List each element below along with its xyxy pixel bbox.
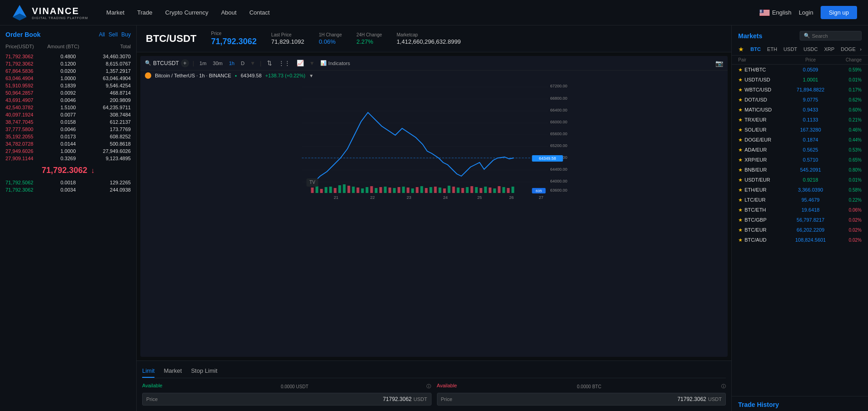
list-item[interactable]: ★USDT/EUR 0.9218 0.01%	[732, 175, 868, 185]
list-item[interactable]: ★SOL/EUR 167.3280 0.46%	[732, 125, 868, 135]
list-item[interactable]: ★DOGE/EUR 0.1874 0.44%	[732, 135, 868, 145]
chart-line-icon[interactable]: 📈	[295, 59, 306, 67]
list-item[interactable]: ★ETH/EUR 3,366.0390 0.58%	[732, 185, 868, 195]
svg-point-25	[760, 11, 761, 12]
svg-rect-77	[434, 187, 437, 193]
table-row[interactable]: 42,540.37821.510064,235.9711	[0, 104, 136, 111]
table-row[interactable]: 71,792.30620.480034,460.3070	[0, 53, 136, 60]
ticker-24h-change-stat: 24H Change 2.27%	[356, 32, 382, 45]
chart-expand-btn[interactable]: ▼	[309, 73, 313, 78]
table-row[interactable]: 40,097.19240.0077308.7484	[0, 111, 136, 118]
table-row[interactable]: 71,792.30620.12008,615.0767	[0, 60, 136, 67]
list-item[interactable]: ★ADA/EUR 0.5625 0.53%	[732, 145, 868, 155]
table-row[interactable]: 27,949.60261.000027,949.6026	[0, 147, 136, 155]
chart-bar-icon[interactable]: ⇅	[265, 59, 274, 67]
list-item[interactable]: ★BTC/GBP 56,797.8217 0.02%	[732, 215, 868, 225]
buy-price-input[interactable]	[158, 395, 413, 403]
market-tab-eth[interactable]: ETH	[765, 45, 780, 53]
login-button[interactable]: Login	[799, 9, 813, 16]
market-tab-arrow[interactable]: ›	[860, 46, 862, 52]
nav-trade[interactable]: Trade	[137, 9, 152, 16]
chart-indicator-btn[interactable]: 📊 Indicators	[320, 60, 350, 66]
list-item[interactable]: ★BTC/AUD 108,824.5601 0.02%	[732, 235, 868, 245]
table-row[interactable]: 27,909.11440.32699,123.4895	[0, 155, 136, 162]
market-tabs: ★ BTC ETH USDT USDC XRP DOGE ›	[732, 43, 868, 56]
ticker-marketcap-label: Marketcap	[396, 32, 461, 37]
list-item[interactable]: ★BTC/ETH 19.6418 0.06%	[732, 205, 868, 215]
chart-30m-btn[interactable]: 30m	[211, 60, 224, 67]
chart-pair-name[interactable]: BTCUSDT	[153, 60, 179, 66]
market-search-input[interactable]	[812, 33, 858, 39]
market-star-tab[interactable]: ★	[738, 46, 744, 53]
nav-crypto[interactable]: Crypto Currency	[165, 9, 209, 16]
search-icon: 🔍	[145, 60, 151, 66]
ticker-1h-change-stat: 1H Change 0.06%	[319, 32, 342, 45]
svg-rect-75	[425, 188, 428, 193]
chart-1h-btn[interactable]: 1h	[227, 60, 236, 67]
nav-about[interactable]: About	[221, 9, 236, 16]
list-item[interactable]: ★XRP/EUR 0.5710 0.65%	[732, 155, 868, 165]
list-item[interactable]: ★LTC/EUR 95.4679 0.22%	[732, 195, 868, 205]
chart-add-button[interactable]: +	[181, 59, 189, 67]
chart-1m-btn[interactable]: 1m	[198, 60, 208, 67]
signup-button[interactable]: Sign up	[821, 6, 857, 19]
chart-toolbar: 🔍 BTCUSDT + | 1m 30m 1h D ▼ | ⇅ ⋮⋮ 📈 ▼ 📊…	[140, 56, 728, 71]
market-search-box[interactable]: 🔍	[800, 31, 862, 41]
filter-buy[interactable]: Buy	[121, 31, 131, 38]
list-item[interactable]: ★BTC/EUR 66,202.2209 0.02%	[732, 225, 868, 235]
table-row[interactable]: 67,864.58360.02001,357.2917	[0, 67, 136, 75]
table-row[interactable]: 50,964.28570.0092468.8714	[0, 89, 136, 96]
chart-screenshot-btn[interactable]: 📷	[715, 60, 723, 67]
language-selector[interactable]: English	[760, 9, 791, 16]
table-row[interactable]: 51,910.95920.18399,546.4254	[0, 82, 136, 89]
list-item[interactable]: ★ETH/BTC 0.0509 0.59%	[732, 65, 868, 75]
language-label: English	[772, 9, 791, 16]
tab-limit[interactable]: Limit	[142, 365, 154, 378]
market-tab-usdt[interactable]: USDT	[781, 45, 800, 53]
market-tab-btc[interactable]: BTC	[748, 45, 764, 53]
list-item[interactable]: ★BNB/EUR 545.2091 0.80%	[732, 165, 868, 175]
sell-price-input[interactable]	[452, 395, 708, 403]
svg-text:67200.00: 67200.00	[550, 84, 568, 88]
filter-all[interactable]: All	[99, 31, 105, 38]
chart-container: 🔍 BTCUSDT + | 1m 30m 1h D ▼ | ⇅ ⋮⋮ 📈 ▼ 📊…	[140, 56, 728, 357]
table-row[interactable]: 71,792.50620.0018129.2265	[0, 179, 136, 186]
svg-rect-94	[512, 187, 514, 193]
col-change: Change	[832, 57, 862, 62]
sell-info-icon[interactable]: ⓘ	[721, 383, 726, 390]
list-item[interactable]: ★TRX/EUR 0.1133 0.21%	[732, 115, 868, 125]
ticker-last-price-label: Last Price	[271, 32, 304, 37]
nav-market[interactable]: Market	[106, 9, 124, 16]
table-row[interactable]: 63,046.49041.000063,046.4904	[0, 75, 136, 82]
svg-text:26: 26	[509, 195, 514, 199]
filter-sell[interactable]: Sell	[108, 31, 118, 38]
svg-text:65200.00: 65200.00	[550, 143, 568, 148]
list-item[interactable]: ★MATIC/USD 0.9433 0.60%	[732, 105, 868, 115]
svg-point-15	[761, 10, 761, 10]
logo[interactable]: VINANCE DIGITAL TRADING PLATFORM	[11, 4, 88, 21]
market-tab-usdc[interactable]: USDC	[801, 45, 821, 53]
list-item[interactable]: ★DOT/USD 9.0775 0.62%	[732, 95, 868, 105]
table-row[interactable]: 43,691.49070.0046200.9809	[0, 96, 136, 104]
svg-text:64349.58: 64349.58	[539, 156, 556, 161]
buy-info-icon[interactable]: ⓘ	[426, 383, 431, 390]
market-tab-xrp[interactable]: XRP	[822, 45, 837, 53]
tab-stop-limit[interactable]: Stop Limit	[191, 365, 217, 378]
table-row[interactable]: 38,747.70450.0158612.2137	[0, 118, 136, 126]
bitcoin-icon	[145, 72, 151, 79]
table-row[interactable]: 35,192.20550.0173608.8252	[0, 133, 136, 140]
tab-market[interactable]: Market	[164, 365, 182, 378]
svg-rect-53	[325, 187, 328, 193]
table-row[interactable]: 71,792.30620.0034244.0938	[0, 186, 136, 193]
market-tab-doge[interactable]: DOGE	[838, 45, 858, 53]
nav-contact[interactable]: Contact	[249, 9, 270, 16]
list-item[interactable]: ★WBTC/USD 71,894.8822 0.17%	[732, 85, 868, 95]
chart-d-btn[interactable]: D	[239, 60, 247, 67]
chart-pair-label: 🔍 BTCUSDT +	[145, 59, 189, 67]
trade-history-section: Trade History	[732, 396, 868, 411]
table-row[interactable]: 37,777.58000.0046173.7769	[0, 126, 136, 133]
list-item[interactable]: ★USDT/USD 1.0001 0.01%	[732, 75, 868, 85]
svg-rect-50	[311, 188, 314, 193]
table-row[interactable]: 34,782.07280.0144500.8618	[0, 140, 136, 147]
chart-candle-icon[interactable]: ⋮⋮	[277, 59, 292, 67]
